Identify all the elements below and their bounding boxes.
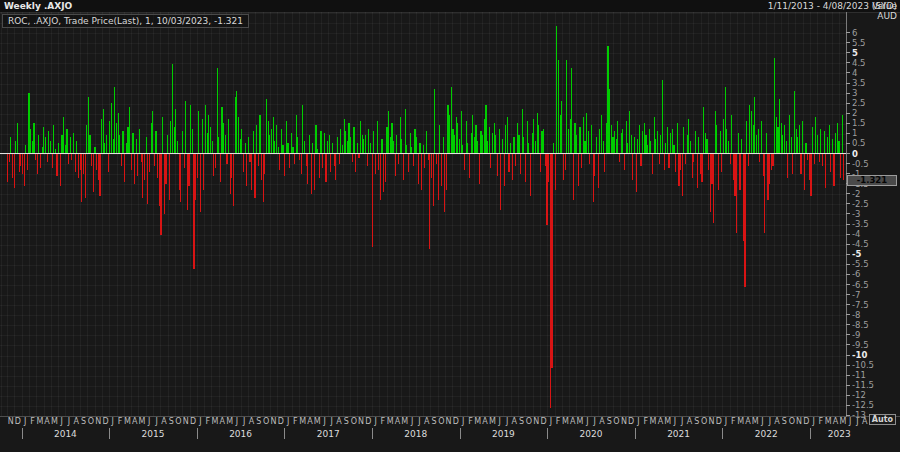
bar-week-481 xyxy=(800,154,801,174)
bar-week-146 xyxy=(248,137,249,153)
bar-week-1 xyxy=(9,154,10,162)
month-label: J xyxy=(243,417,245,426)
month-label: F xyxy=(731,417,736,426)
bar-week-149 xyxy=(253,131,254,153)
bar-week-362 xyxy=(604,154,605,172)
y-tick-mark xyxy=(846,264,850,265)
bar-week-361 xyxy=(603,141,604,153)
bar-week-124 xyxy=(212,141,213,153)
month-label: N xyxy=(796,417,802,426)
bar-week-220 xyxy=(370,143,371,153)
bar-week-133 xyxy=(226,154,227,164)
time-axis-months[interactable]: NDJFMAMJJASONDJFMAMJJASONDJFMAMJJASONDJF… xyxy=(0,417,900,427)
year-separator-tick xyxy=(547,428,548,439)
value-axis[interactable]: 65.554.543.532.521.510.50-0.5-1-1.5-2-2.… xyxy=(846,12,900,417)
month-label: A xyxy=(44,417,49,426)
bar-week-186 xyxy=(314,154,315,190)
month-label: J xyxy=(681,417,683,426)
month-label: S xyxy=(344,417,349,426)
month-label: M xyxy=(36,417,43,426)
plot-area[interactable] xyxy=(0,12,846,417)
y-tick-label: -11 xyxy=(852,370,866,380)
bar-week-178 xyxy=(301,154,302,174)
month-label: N xyxy=(708,417,714,426)
bar-week-418 xyxy=(697,154,698,188)
bar-week-419 xyxy=(698,137,699,153)
bar-week-456 xyxy=(759,154,760,162)
bar-week-484 xyxy=(805,143,806,153)
year-label: 2021 xyxy=(667,429,690,439)
month-label: A xyxy=(512,417,517,426)
bar-week-145 xyxy=(246,154,247,186)
y-tick-mark xyxy=(846,395,850,396)
bar-week-357 xyxy=(596,137,597,153)
bar-week-151 xyxy=(256,125,257,153)
bar-week-37 xyxy=(68,154,69,164)
month-label: D xyxy=(365,417,371,426)
bar-week-10 xyxy=(24,154,25,186)
bar-week-60 xyxy=(106,135,107,153)
bar-week-442 xyxy=(736,154,737,233)
bar-week-32 xyxy=(60,154,61,186)
bar-week-493 xyxy=(820,129,821,153)
time-axis-years[interactable]: 2014201520162017201820192020202120222023 xyxy=(0,428,900,442)
bar-week-221 xyxy=(372,154,373,247)
month-label: J xyxy=(156,417,158,426)
bar-week-132 xyxy=(225,135,226,153)
bar-week-352 xyxy=(588,131,589,153)
bar-week-354 xyxy=(591,125,592,153)
bar-week-280 xyxy=(469,154,470,178)
bar-week-153 xyxy=(259,115,260,153)
bar-week-106 xyxy=(182,131,183,153)
last-value-badge: -1.321 xyxy=(847,175,897,186)
y-tick-mark xyxy=(846,365,850,366)
bar-week-252 xyxy=(423,145,424,153)
month-label: M xyxy=(737,417,744,426)
bar-week-112 xyxy=(192,129,193,153)
bar-week-306 xyxy=(512,154,513,180)
bar-week-401 xyxy=(668,154,669,168)
month-label: A xyxy=(132,417,137,426)
bar-week-165 xyxy=(279,154,280,170)
bar-week-411 xyxy=(685,154,686,164)
y-tick-mark xyxy=(846,244,850,245)
bar-week-191 xyxy=(322,154,323,168)
bar-week-246 xyxy=(413,154,414,166)
bar-week-4 xyxy=(14,154,15,188)
month-label: M xyxy=(825,417,832,426)
bar-week-338 xyxy=(565,154,566,170)
bar-week-97 xyxy=(167,135,168,153)
bar-week-404 xyxy=(673,145,674,153)
bar-week-211 xyxy=(355,154,356,172)
month-label: S xyxy=(169,417,174,426)
year-separator-tick xyxy=(722,428,723,439)
month-label: F xyxy=(293,417,298,426)
year-label: 2020 xyxy=(580,429,603,439)
y-tick-label: -13 xyxy=(852,410,866,420)
year-separator-tick xyxy=(197,428,198,439)
y-tick-mark xyxy=(846,123,850,124)
bar-week-506 xyxy=(842,115,843,153)
series-legend[interactable]: ROC, .AXJO, Trade Price(Last), 1, 10/03/… xyxy=(2,14,249,28)
y-tick-mark xyxy=(846,42,850,43)
month-label: M xyxy=(51,417,58,426)
month-label: S xyxy=(694,417,699,426)
y-tick-label: -5 xyxy=(852,249,861,259)
year-separator-tick xyxy=(635,428,636,439)
bar-week-380 xyxy=(634,137,635,153)
month-label: J xyxy=(499,417,501,426)
bar-week-88 xyxy=(152,111,153,153)
bar-week-374 xyxy=(624,154,625,170)
auto-scale-button[interactable]: Auto xyxy=(869,414,896,425)
bar-week-443 xyxy=(738,133,739,153)
y-tick-label: -8.5 xyxy=(852,320,869,330)
bar-week-96 xyxy=(165,154,166,184)
bar-week-409 xyxy=(682,154,683,196)
bar-week-292 xyxy=(489,127,490,153)
month-label: F xyxy=(118,417,123,426)
bar-week-438 xyxy=(730,154,731,164)
month-label: J xyxy=(24,417,26,426)
bar-week-70 xyxy=(122,131,123,153)
bar-week-358 xyxy=(598,154,599,188)
month-label: J xyxy=(812,417,814,426)
